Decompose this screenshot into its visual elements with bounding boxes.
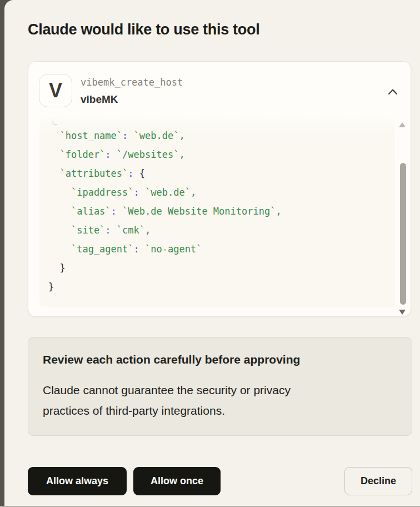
notice-body-line: Claude cannot guarantee the security or … bbox=[43, 380, 397, 400]
code-line: `host_name`: `web.de`, bbox=[39, 126, 395, 145]
collapse-button[interactable] bbox=[385, 84, 401, 100]
scroll-down-icon[interactable] bbox=[399, 310, 406, 315]
notice-heading: Review each action carefully before appr… bbox=[43, 353, 397, 366]
decline-button[interactable]: Decline bbox=[344, 467, 412, 495]
code-line: `tag_agent`: `no-agent` bbox=[39, 240, 395, 259]
code-line: `ipaddress`: `web.de`, bbox=[39, 183, 395, 202]
notice-body: Claude cannot guarantee the security or … bbox=[43, 380, 397, 421]
allow-once-button[interactable]: Allow once bbox=[133, 467, 221, 495]
tool-name: vibemk_create_host bbox=[81, 77, 183, 88]
server-logo-letter: V bbox=[49, 79, 62, 102]
chevron-up-icon bbox=[388, 88, 398, 95]
code-lines: `host_name`: `web.de`,`folder`: `/websit… bbox=[39, 126, 395, 296]
code-line: `attributes`: { bbox=[39, 164, 395, 183]
tool-card: V vibemk_create_host vibeMK `host_name`:… bbox=[28, 61, 411, 317]
server-name: vibeMK bbox=[81, 93, 118, 106]
page-title: Claude would like to use this tool bbox=[28, 21, 259, 38]
review-notice: Review each action carefully before appr… bbox=[28, 337, 412, 436]
code-line: `site`: `cmk`, bbox=[39, 221, 395, 240]
permission-dialog: Claude would like to use this tool V vib… bbox=[4, 0, 420, 507]
notice-body-line: practices of third-party integrations. bbox=[43, 400, 397, 421]
server-logo: V bbox=[39, 74, 72, 107]
code-line: } bbox=[39, 259, 395, 277]
code-line: } bbox=[39, 277, 395, 296]
allow-always-button[interactable]: Allow always bbox=[28, 467, 127, 495]
scroll-up-icon[interactable] bbox=[399, 122, 406, 127]
code-line: `folder`: `/websites`, bbox=[39, 145, 395, 164]
scrollbar-thumb[interactable] bbox=[400, 163, 406, 305]
clipped-line-fragment bbox=[52, 120, 57, 125]
code-line: `alias`: `Web.de Website Monitoring`, bbox=[39, 202, 395, 221]
tool-input-code[interactable]: `host_name`: `web.de`,`folder`: `/websit… bbox=[39, 118, 395, 307]
